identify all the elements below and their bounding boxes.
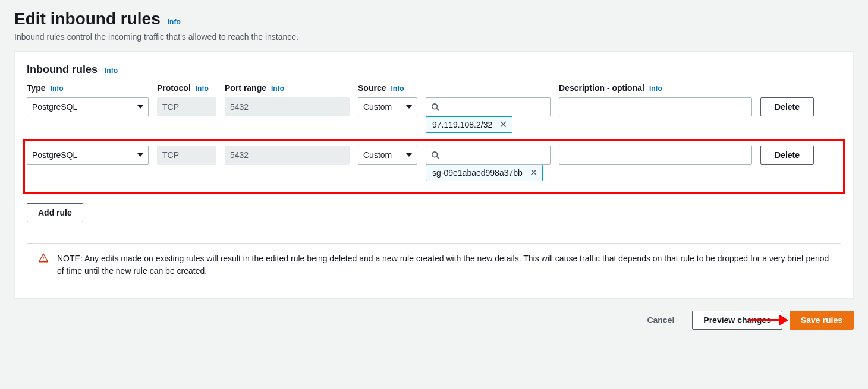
panel-info-link[interactable]: Info (105, 67, 118, 75)
col-source-info[interactable]: Info (391, 84, 404, 93)
rule-source-mode-value: Custom (363, 102, 392, 112)
col-type-info[interactable]: Info (51, 84, 64, 93)
svg-line-3 (437, 157, 439, 159)
col-portrange-label: Port range (225, 83, 266, 93)
chevron-down-icon (137, 153, 143, 157)
rule-protocol-field: TCP (157, 146, 216, 165)
rule-source-mode-value: Custom (363, 150, 392, 160)
rule-source-search[interactable] (426, 146, 551, 165)
rule-portrange-field: 5432 (225, 97, 350, 116)
rule-description-input[interactable] (564, 102, 747, 112)
rule-description-field[interactable] (559, 97, 752, 116)
rule-description-input[interactable] (564, 150, 747, 160)
chevron-down-icon (137, 105, 143, 109)
rule-source-search[interactable] (426, 97, 551, 116)
search-icon (431, 151, 439, 159)
note-box: NOTE: Any edits made on existing rules w… (27, 243, 841, 286)
page-subtitle: Inbound rules control the incoming traff… (14, 32, 854, 42)
svg-line-1 (437, 109, 439, 111)
rule-description-field[interactable] (559, 146, 752, 165)
rule-source-mode-select[interactable]: Custom (358, 97, 417, 116)
cancel-button[interactable]: Cancel (636, 311, 685, 330)
rule-portrange-field: 5432 (225, 146, 350, 165)
rule-type-value: PostgreSQL (32, 102, 77, 112)
rule-source-mode-select[interactable]: Custom (358, 146, 417, 165)
col-protocol-label: Protocol (157, 83, 191, 93)
chevron-down-icon (406, 105, 412, 109)
col-description-info[interactable]: Info (649, 84, 662, 93)
svg-point-0 (432, 104, 438, 109)
source-tag-chip: sg-09e1abaed998a37bb ✕ (426, 165, 543, 181)
col-description-label: Description - optional (559, 83, 644, 93)
footer-actions: Cancel Preview changes Save rules (0, 299, 868, 330)
rule-type-select[interactable]: PostgreSQL (27, 146, 149, 165)
delete-rule-button[interactable]: Delete (760, 97, 814, 116)
chevron-down-icon (406, 153, 412, 157)
page-title: Edit inbound rules (14, 10, 161, 29)
save-rules-button[interactable]: Save rules (790, 311, 854, 330)
warning-icon (38, 252, 49, 263)
col-portrange-info[interactable]: Info (271, 84, 284, 93)
rule-type-value: PostgreSQL (32, 150, 77, 160)
rule-protocol-field: TCP (157, 97, 216, 116)
close-icon[interactable]: ✕ (498, 120, 508, 129)
rule-row-0: PostgreSQL TCP 5432 Custom Delete (27, 97, 841, 139)
preview-changes-button[interactable]: Preview changes (692, 311, 782, 330)
svg-point-2 (432, 152, 438, 157)
rule-type-select[interactable]: PostgreSQL (27, 97, 149, 116)
source-tag-text: sg-09e1abaed998a37bb (432, 167, 523, 178)
delete-rule-button[interactable]: Delete (760, 146, 814, 165)
note-text: NOTE: Any edits made on existing rules w… (57, 252, 830, 277)
rule-row-1: PostgreSQL TCP 5432 Custom (27, 146, 841, 187)
rule-source-search-input[interactable] (443, 102, 545, 112)
col-source-label: Source (358, 83, 386, 93)
col-type-label: Type (27, 83, 46, 93)
rule-source-search-input[interactable] (443, 150, 545, 160)
panel-title: Inbound rules (27, 64, 98, 76)
close-icon[interactable]: ✕ (529, 168, 539, 178)
highlighted-rule: PostgreSQL TCP 5432 Custom (23, 139, 845, 194)
source-tag-chip: 97.119.108.2/32 ✕ (426, 116, 512, 133)
page-header: Edit inbound rules Info Inbound rules co… (0, 10, 868, 51)
add-rule-button[interactable]: Add rule (27, 203, 83, 222)
source-tag-text: 97.119.108.2/32 (432, 119, 492, 130)
page-info-link[interactable]: Info (168, 18, 181, 26)
inbound-rules-panel: Inbound rules Info Type Info Protocol In… (14, 51, 854, 299)
col-protocol-info[interactable]: Info (196, 84, 209, 93)
svg-point-5 (43, 260, 43, 261)
rules-header-row: Type Info Protocol Info Port range Info … (27, 83, 841, 97)
search-icon (431, 103, 439, 111)
